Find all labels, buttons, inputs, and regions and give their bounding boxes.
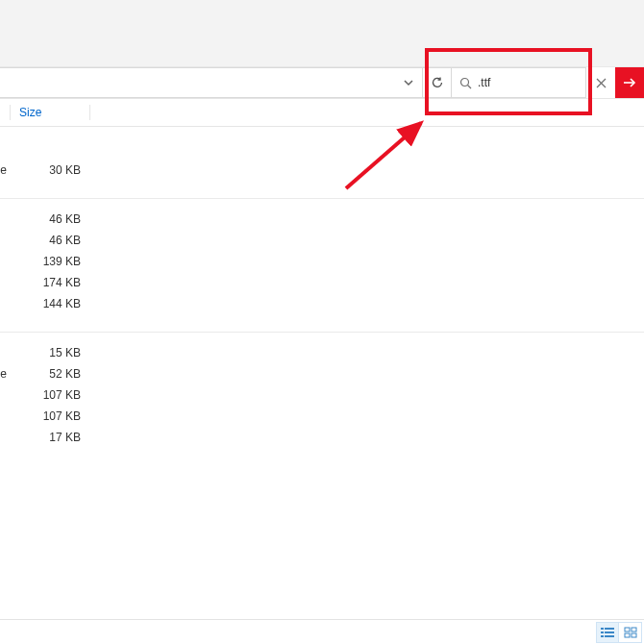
refresh-icon <box>431 76 444 89</box>
svg-rect-9 <box>601 635 604 637</box>
file-group: e 30 KB <box>0 150 644 181</box>
search-go-button[interactable] <box>615 67 644 98</box>
table-row[interactable]: e 30 KB <box>0 160 644 181</box>
arrow-right-icon <box>622 75 637 90</box>
refresh-button[interactable] <box>423 67 452 98</box>
details-view-icon <box>601 627 614 638</box>
row-size: 174 KB <box>8 276 85 289</box>
row-size: 107 KB <box>8 409 85 423</box>
svg-rect-11 <box>625 628 630 632</box>
search-box[interactable] <box>452 67 586 98</box>
svg-rect-5 <box>601 628 604 630</box>
chevron-down-icon[interactable] <box>399 73 418 92</box>
row-size: 15 KB <box>8 346 85 359</box>
search-input[interactable] <box>478 76 578 89</box>
svg-rect-7 <box>601 632 604 633</box>
svg-line-1 <box>468 85 472 88</box>
ribbon-area <box>0 0 644 67</box>
table-row[interactable]: 17 KB <box>0 427 644 448</box>
row-size: 52 KB <box>8 367 85 381</box>
file-group: 46 KB 46 KB 139 KB 174 KB 144 KB <box>0 198 644 314</box>
svg-rect-14 <box>632 633 636 637</box>
row-size: 46 KB <box>8 234 85 247</box>
row-partial-text: e <box>0 163 8 177</box>
table-row[interactable]: 107 KB <box>0 384 644 406</box>
column-divider[interactable] <box>10 105 11 120</box>
svg-rect-12 <box>632 628 636 632</box>
clear-search-button[interactable] <box>586 67 615 98</box>
address-bar[interactable] <box>0 67 423 98</box>
column-header-row: Size <box>0 98 644 127</box>
svg-rect-6 <box>605 628 614 630</box>
table-row[interactable]: 15 KB <box>0 342 644 363</box>
view-large-icons-button[interactable] <box>619 622 642 643</box>
table-row[interactable]: 174 KB <box>0 272 644 293</box>
table-row[interactable]: 46 KB <box>0 209 644 230</box>
status-bar <box>0 619 644 644</box>
svg-rect-10 <box>605 635 614 637</box>
address-row <box>0 67 644 98</box>
svg-rect-13 <box>625 633 630 637</box>
view-details-button[interactable] <box>596 622 619 643</box>
large-icons-view-icon <box>624 627 637 638</box>
file-group: 15 KB e 52 KB 107 KB 107 KB 17 KB <box>0 332 644 448</box>
table-row[interactable]: 46 KB <box>0 230 644 251</box>
row-size: 46 KB <box>8 212 85 226</box>
svg-rect-8 <box>605 632 614 633</box>
row-size: 139 KB <box>8 255 85 268</box>
row-size: 17 KB <box>8 431 85 444</box>
table-row[interactable]: 107 KB <box>0 406 644 427</box>
search-icon <box>459 77 472 89</box>
row-size: 30 KB <box>8 163 85 177</box>
svg-point-0 <box>461 78 469 86</box>
column-divider[interactable] <box>89 105 90 120</box>
close-icon <box>596 78 607 88</box>
row-size: 107 KB <box>8 388 85 402</box>
row-partial-text: e <box>0 367 8 381</box>
table-row[interactable]: e 52 KB <box>0 363 644 384</box>
row-size: 144 KB <box>8 297 85 310</box>
table-row[interactable]: 144 KB <box>0 293 644 314</box>
column-header-size[interactable]: Size <box>19 106 41 119</box>
table-row[interactable]: 139 KB <box>0 251 644 272</box>
file-list: e 30 KB 46 KB 46 KB 139 KB 174 KB <box>0 127 644 615</box>
